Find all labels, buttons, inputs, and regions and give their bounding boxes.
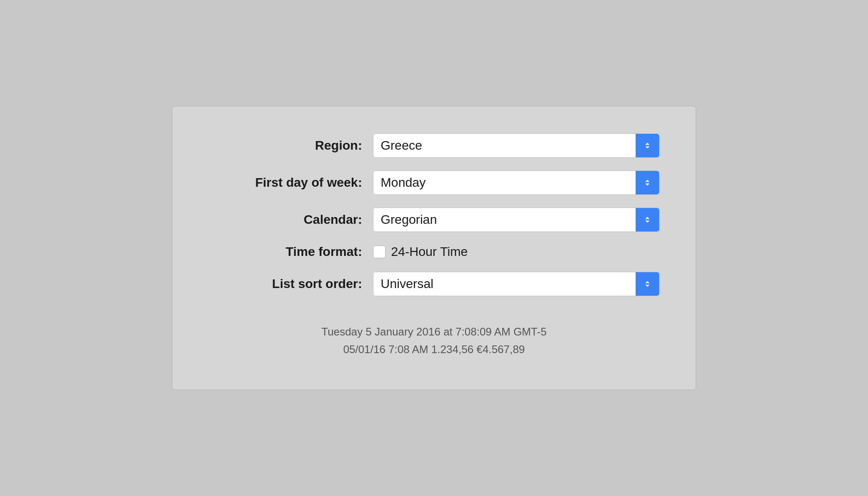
first-day-dropdown-arrow[interactable] (636, 171, 659, 194)
chevron-updown-icon (642, 215, 652, 225)
list-sort-select[interactable]: Universal (373, 272, 660, 296)
chevron-updown-icon (642, 279, 652, 289)
first-day-row: First day of week: Monday (208, 170, 660, 195)
list-sort-label: List sort order: (208, 277, 362, 291)
list-sort-dropdown-arrow[interactable] (636, 272, 659, 296)
preview-section: Tuesday 5 January 2016 at 7:08:09 AM GMT… (208, 323, 660, 358)
chevron-updown-icon (642, 178, 652, 188)
time-format-checkbox-group: 24-Hour Time (373, 245, 468, 259)
region-value: Greece (373, 134, 636, 157)
list-sort-row: List sort order: Universal (208, 272, 660, 296)
settings-panel: Region: Greece First day of week: Monday… (172, 106, 696, 390)
time-format-label: Time format: (208, 245, 362, 259)
time-format-row: Time format: 24-Hour Time (208, 245, 660, 259)
region-label: Region: (208, 138, 362, 153)
time-format-checkbox-label: 24-Hour Time (391, 245, 468, 259)
chevron-updown-icon (642, 141, 652, 151)
first-day-value: Monday (373, 171, 636, 194)
calendar-label: Calendar: (208, 213, 362, 227)
preview-line2: 05/01/16 7:08 AM 1.234,56 €4.567,89 (208, 341, 660, 358)
region-dropdown-arrow[interactable] (636, 134, 659, 157)
region-row: Region: Greece (208, 133, 660, 158)
first-day-select[interactable]: Monday (373, 170, 660, 195)
calendar-dropdown-arrow[interactable] (636, 208, 659, 231)
time-format-checkbox[interactable] (373, 246, 386, 258)
calendar-select[interactable]: Gregorian (373, 208, 660, 232)
preview-line1: Tuesday 5 January 2016 at 7:08:09 AM GMT… (208, 323, 660, 340)
calendar-value: Gregorian (373, 208, 636, 231)
region-select[interactable]: Greece (373, 133, 660, 158)
calendar-row: Calendar: Gregorian (208, 208, 660, 232)
list-sort-value: Universal (373, 272, 636, 296)
first-day-label: First day of week: (208, 175, 362, 190)
